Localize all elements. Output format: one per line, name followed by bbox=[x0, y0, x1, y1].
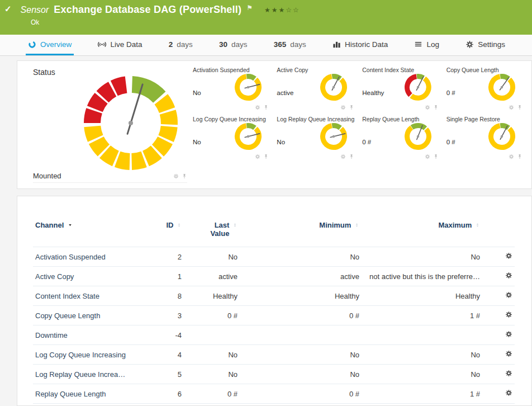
pin-icon[interactable] bbox=[517, 154, 522, 159]
table-row: Log Replay Queue Increa… 5 No No No bbox=[33, 365, 515, 384]
channel-name[interactable]: Content Index State bbox=[33, 286, 142, 306]
channel-gauge bbox=[234, 73, 262, 101]
channel-gauge-grid: Activation Suspended No Active Copy acti… bbox=[192, 61, 531, 188]
tab-365-days[interactable]: 365 days bbox=[272, 35, 308, 55]
tab-settings[interactable]: Settings bbox=[463, 35, 507, 55]
gear-icon[interactable] bbox=[509, 154, 514, 159]
tab-historic-data[interactable]: Historic Data bbox=[330, 35, 390, 55]
channel-name[interactable]: Log Replay Queue Increa… bbox=[33, 365, 142, 384]
channel-maximum: 1 # bbox=[362, 306, 482, 325]
channel-settings-gear-icon[interactable] bbox=[505, 272, 512, 279]
pin-icon[interactable] bbox=[517, 105, 522, 110]
tab-2-days[interactable]: 2 days bbox=[167, 35, 195, 55]
channel-gauge bbox=[404, 73, 432, 101]
pin-icon[interactable] bbox=[349, 154, 354, 159]
channel-gauge bbox=[320, 73, 348, 101]
gear-icon[interactable] bbox=[340, 105, 346, 110]
tab-label: Overview bbox=[40, 40, 72, 49]
stars-empty[interactable]: ☆☆ bbox=[286, 6, 300, 14]
table-row: Log Copy Queue Increasing 4 No No No bbox=[33, 345, 515, 365]
channel-name[interactable]: Activation Suspended bbox=[33, 247, 142, 267]
channel-id: 1 bbox=[142, 267, 184, 286]
channel-minimum: No bbox=[240, 247, 362, 267]
table-row: Content Index State 8 Healthy Healthy He… bbox=[33, 286, 515, 306]
channel-gauge bbox=[320, 122, 348, 150]
main-status-gauge bbox=[83, 75, 178, 171]
channel-id: 7 bbox=[142, 404, 184, 406]
priority-stars[interactable]: ★★★☆☆ bbox=[264, 6, 300, 14]
column-label: Last Value bbox=[207, 221, 229, 238]
gear-icon[interactable] bbox=[340, 154, 346, 159]
column-label: Minimum bbox=[319, 221, 351, 229]
channel-settings-gear-icon[interactable] bbox=[505, 331, 512, 338]
pin-icon[interactable] bbox=[433, 154, 439, 159]
channel-maximum: 0 # bbox=[362, 404, 482, 406]
stars-filled[interactable]: ★★★ bbox=[264, 6, 286, 14]
channel-settings-gear-icon[interactable] bbox=[505, 311, 512, 318]
column-label: Maximum bbox=[438, 221, 472, 229]
channel-settings-gear-icon[interactable] bbox=[505, 370, 512, 377]
channel-id: 5 bbox=[142, 365, 184, 384]
column-header-last-value[interactable]: Last Value bbox=[184, 219, 240, 247]
column-header-maximum[interactable]: Maximum bbox=[362, 219, 482, 247]
tab-label: Settings bbox=[478, 40, 505, 49]
channel-settings-gear-icon[interactable] bbox=[505, 291, 512, 299]
channel-gauge bbox=[404, 122, 432, 150]
channel-minimum: Healthy bbox=[240, 286, 362, 306]
flag-icon[interactable]: ⚑ bbox=[246, 4, 253, 12]
tab-label: Live Data bbox=[110, 40, 142, 49]
gear-icon[interactable] bbox=[255, 105, 260, 110]
gauge-title: Log Replay Queue Increasing bbox=[277, 116, 354, 122]
tab-unit: days bbox=[290, 40, 306, 49]
gauge-value: 0 # bbox=[446, 89, 455, 96]
channel-last-value: No bbox=[184, 247, 240, 267]
channel-minimum bbox=[240, 325, 362, 345]
channel-maximum: 1 # bbox=[362, 384, 482, 404]
gear-icon[interactable] bbox=[425, 105, 430, 110]
gauge-title: Copy Queue Length bbox=[446, 67, 522, 73]
column-header-id[interactable]: ID bbox=[142, 219, 184, 247]
column-label: Channel bbox=[35, 221, 64, 229]
tab-30-days[interactable]: 30 days bbox=[217, 35, 250, 55]
channel-minimum: 0 # bbox=[240, 404, 362, 406]
channel-gauge-content-index-state: Content Index State Healthy bbox=[362, 67, 438, 112]
channel-last-value: 0 # bbox=[184, 306, 240, 325]
tab-number: 30 bbox=[219, 40, 227, 49]
channel-name[interactable]: Single Page Restore bbox=[33, 404, 142, 406]
channel-name[interactable]: Replay Queue Length bbox=[33, 384, 142, 404]
channel-settings-gear-icon[interactable] bbox=[505, 252, 512, 259]
channel-id: 6 bbox=[142, 384, 184, 404]
primary-channel-value: Mounted bbox=[33, 172, 61, 180]
tab-number: 365 bbox=[274, 40, 287, 49]
pin-icon[interactable] bbox=[263, 154, 269, 159]
channel-settings-gear-icon[interactable] bbox=[505, 350, 512, 357]
column-header-minimum[interactable]: Minimum bbox=[240, 219, 362, 247]
gauge-title: Log Copy Queue Increasing bbox=[193, 116, 269, 122]
channel-settings-gear-icon[interactable] bbox=[505, 389, 512, 396]
column-header-channel[interactable]: Channel bbox=[33, 219, 142, 247]
tab-live-data[interactable]: Live Data bbox=[96, 35, 144, 55]
pin-icon[interactable] bbox=[349, 105, 354, 110]
tab-label: Historic Data bbox=[345, 40, 388, 49]
gear-icon[interactable] bbox=[255, 154, 260, 159]
gear-icon[interactable] bbox=[509, 105, 514, 110]
pin-icon[interactable] bbox=[263, 105, 269, 110]
column-header-actions bbox=[482, 219, 515, 247]
tab-overview[interactable]: Overview bbox=[26, 35, 74, 55]
channel-name[interactable]: Copy Queue Length bbox=[33, 306, 142, 325]
channel-name[interactable]: Log Copy Queue Increasing bbox=[33, 345, 142, 365]
pin-icon[interactable] bbox=[433, 105, 439, 110]
channel-gauge-log-replay-queue-increasing: Log Replay Queue Increasing No bbox=[277, 116, 354, 162]
channel-name[interactable]: Downtime bbox=[33, 325, 142, 345]
gear-icon[interactable] bbox=[173, 173, 179, 179]
channel-gauge-log-copy-queue-increasing: Log Copy Queue Increasing No bbox=[193, 116, 269, 162]
channel-name[interactable]: Active Copy bbox=[33, 267, 142, 286]
gear-icon[interactable] bbox=[425, 154, 430, 159]
tab-log[interactable]: Log bbox=[412, 35, 441, 55]
gear-icon bbox=[466, 40, 474, 49]
channel-minimum: No bbox=[240, 345, 362, 365]
channel-id: 4 bbox=[142, 345, 184, 365]
table-row: Activation Suspended 2 No No No bbox=[33, 247, 515, 267]
pin-icon[interactable] bbox=[182, 173, 187, 179]
gauge-value: No bbox=[193, 139, 201, 145]
